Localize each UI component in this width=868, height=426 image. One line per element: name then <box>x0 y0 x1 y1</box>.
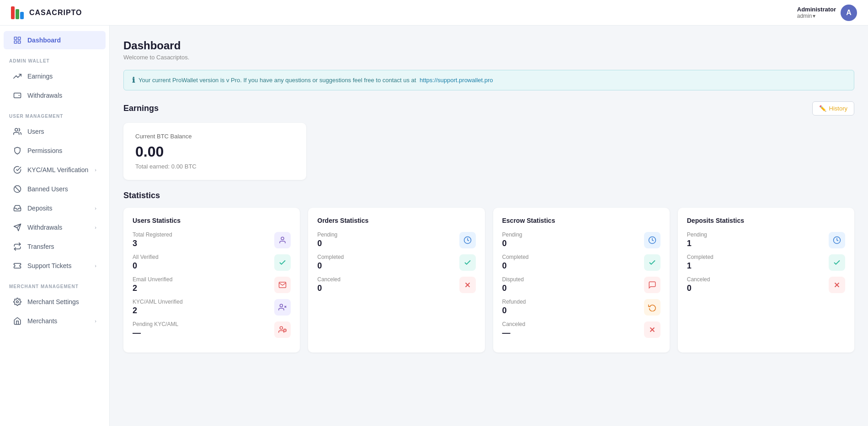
sidebar-item-withdrawals-wallet[interactable]: Withdrawals <box>4 86 106 105</box>
stat-value: — <box>133 328 178 338</box>
sidebar-item-transfers[interactable]: Transfers <box>4 237 106 256</box>
x-icon <box>459 277 476 293</box>
trending-up-icon <box>13 72 22 81</box>
sidebar-item-deposits[interactable]: Deposits › <box>4 199 106 217</box>
sidebar-item-merchant-settings[interactable]: Merchant Settings <box>4 293 106 311</box>
stat-label: Completed <box>317 254 344 260</box>
svg-rect-0 <box>11 6 15 19</box>
stat-row: Pending KYC/AML — <box>133 321 291 338</box>
stat-row: All Verified 0 <box>133 254 291 271</box>
stat-row: Pending 1 <box>687 231 845 248</box>
stat-row: Canceled 0 <box>687 276 845 293</box>
statistics-title: Statistics <box>123 191 854 200</box>
svg-rect-4 <box>18 37 21 39</box>
sidebar-item-support-tickets[interactable]: Support Tickets › <box>4 257 106 275</box>
sidebar-item-label: Transfers <box>27 243 54 250</box>
sidebar-item-label: Banned Users <box>27 185 68 193</box>
top-header: CASACRIPTO Administrator admin ▾ A <box>0 0 868 26</box>
orders-stats-title: Orders Statistics <box>317 217 475 224</box>
stat-row: Total Registered 3 <box>133 231 291 248</box>
sidebar-item-label: Earnings <box>27 73 53 80</box>
users-stats-card: Users Statistics Total Registered 3 <box>123 208 300 352</box>
grid-icon <box>13 36 22 45</box>
btc-label: Current BTC Balance <box>135 133 294 140</box>
wallet-icon <box>13 91 22 100</box>
stat-row: Disputed 0 <box>502 276 660 293</box>
sidebar-item-label: Users <box>27 128 44 135</box>
stat-value: 0 <box>502 284 524 293</box>
section-label-merchant-mgmt: MERCHANT MANAGEMENT <box>0 276 109 292</box>
sidebar-item-dashboard[interactable]: Dashboard <box>4 31 106 49</box>
chevron-right-icon: › <box>95 263 96 268</box>
chevron-right-icon: › <box>95 225 96 230</box>
stat-value: 0 <box>687 284 710 293</box>
sidebar-item-withdrawals[interactable]: Withdrawals › <box>4 218 106 237</box>
sidebar-item-kyc-aml[interactable]: KYC/AML Verification › <box>4 161 106 179</box>
shield-icon <box>13 146 22 155</box>
page-subtitle: Welcome to Casacriptos. <box>123 54 854 61</box>
users-stats-title: Users Statistics <box>133 217 291 224</box>
logo-icon <box>11 5 26 20</box>
info-banner: ℹ Your current ProWallet version is v Pr… <box>123 70 854 90</box>
stat-row: Pending 0 <box>317 231 475 248</box>
btc-earned: Total earned: 0.00 BTC <box>135 163 294 170</box>
logo-text: CASACRIPTO <box>29 9 82 17</box>
stat-label: Canceled <box>317 276 341 283</box>
stat-label: Email Unverified <box>133 276 172 283</box>
stat-value: — <box>502 328 526 338</box>
stat-value: 2 <box>133 306 183 316</box>
store-icon <box>13 316 22 326</box>
sidebar-item-label: KYC/AML Verification <box>27 166 88 174</box>
stat-label: Refunded <box>502 299 526 305</box>
history-button[interactable]: ✏️ History <box>812 101 854 116</box>
svg-rect-2 <box>20 12 24 19</box>
stat-value: 3 <box>133 239 172 248</box>
users-icon <box>13 127 22 136</box>
stat-row: Canceled 0 <box>317 276 475 293</box>
edit-icon: ✏️ <box>819 105 826 112</box>
stat-row: KYC/AML Unverified 2 <box>133 299 291 316</box>
check-icon <box>644 254 660 271</box>
sidebar-item-merchants[interactable]: Merchants › <box>4 312 106 330</box>
svg-point-15 <box>280 304 283 307</box>
stat-value: 0 <box>317 239 337 248</box>
stat-label: Disputed <box>502 276 524 283</box>
admin-info: Administrator admin ▾ <box>797 6 836 19</box>
x-icon <box>644 321 660 338</box>
btc-amount: 0.00 <box>135 143 294 160</box>
sidebar-item-earnings[interactable]: Earnings <box>4 67 106 85</box>
page-title: Dashboard <box>123 39 854 52</box>
sidebar-item-permissions[interactable]: Permissions <box>4 142 106 160</box>
stat-row: Canceled — <box>502 321 660 338</box>
sidebar-item-users[interactable]: Users <box>4 122 106 141</box>
admin-role[interactable]: admin ▾ <box>797 13 836 19</box>
user-clock-icon <box>274 321 291 338</box>
clock-icon <box>829 232 845 248</box>
chevron-right-icon: › <box>95 167 96 173</box>
x-icon <box>829 277 845 293</box>
stat-label: Pending <box>317 231 337 238</box>
avatar[interactable]: A <box>841 5 857 21</box>
check-icon <box>829 254 845 271</box>
sidebar-item-banned-users[interactable]: Banned Users <box>4 180 106 198</box>
clock-icon <box>644 232 660 248</box>
stat-label: Completed <box>687 254 714 260</box>
earnings-section-header: Earnings ✏️ History <box>123 101 854 116</box>
header-right: Administrator admin ▾ A <box>797 5 857 21</box>
svg-rect-1 <box>16 9 19 19</box>
stat-row: Email Unverified 2 <box>133 276 291 293</box>
stat-value: 0 <box>502 261 529 271</box>
section-label-admin-wallet: ADMIN WALLET <box>0 50 109 66</box>
info-banner-link[interactable]: https://support.prowallet.pro <box>420 77 493 84</box>
layout: Dashboard ADMIN WALLET Earnings Withdraw… <box>0 26 868 426</box>
stat-row: Completed 0 <box>317 254 475 271</box>
statistics-grid: Users Statistics Total Registered 3 <box>123 208 854 352</box>
send-icon <box>13 223 22 232</box>
repeat-icon <box>13 242 22 251</box>
sidebar-item-label: Withdrawals <box>27 92 62 99</box>
settings-icon <box>13 297 22 306</box>
escrow-stats-card: Escrow Statistics Pending 0 <box>493 208 670 352</box>
stat-value: 0 <box>317 261 344 271</box>
deposits-stats-title: Deposits Statistics <box>687 217 845 224</box>
svg-rect-3 <box>14 37 16 39</box>
